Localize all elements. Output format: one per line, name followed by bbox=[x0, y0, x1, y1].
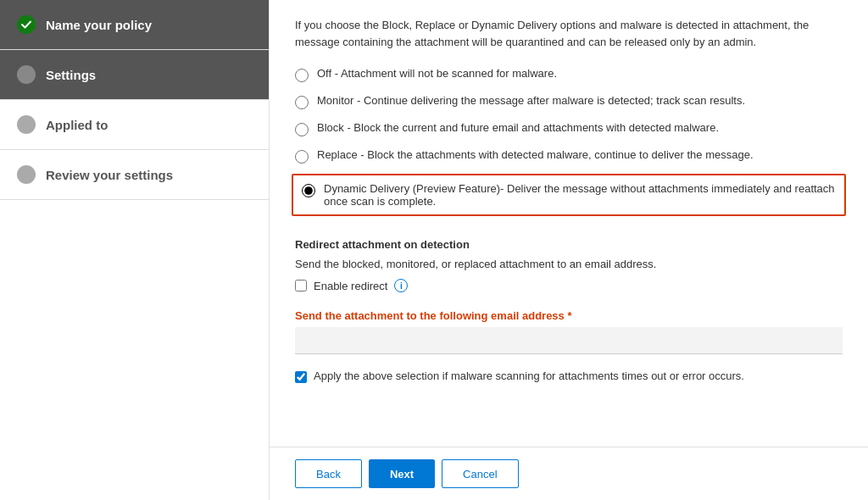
radio-block-input[interactable] bbox=[295, 123, 309, 136]
sidebar-item-name-policy-label: Name your policy bbox=[46, 18, 152, 32]
malware-row: Apply the above selection if malware sca… bbox=[295, 369, 843, 383]
step-icon-settings bbox=[17, 65, 36, 84]
radio-monitor-input[interactable] bbox=[295, 96, 309, 109]
redirect-section: Redirect attachment on detection Send th… bbox=[295, 238, 843, 292]
step-icon-review-settings bbox=[17, 165, 36, 184]
sidebar: Name your policy Settings Applied to Rev… bbox=[0, 0, 270, 500]
redirect-desc: Send the blocked, monitored, or replaced… bbox=[295, 258, 843, 270]
main-content: If you choose the Block, Replace or Dyna… bbox=[270, 0, 868, 500]
radio-block[interactable]: Block - Block the current and future ema… bbox=[295, 121, 843, 136]
malware-label: Apply the above selection if malware sca… bbox=[314, 369, 744, 382]
redirect-title: Redirect attachment on detection bbox=[295, 238, 843, 251]
intro-text: If you choose the Block, Replace or Dyna… bbox=[295, 17, 843, 50]
radio-replace[interactable]: Replace - Block the attachments with det… bbox=[295, 148, 843, 164]
radio-off[interactable]: Off - Attachment will not be scanned for… bbox=[295, 67, 843, 82]
email-input[interactable] bbox=[295, 327, 843, 354]
radio-dynamic[interactable]: Dynamic Delivery (Preview Feature)- Deli… bbox=[292, 174, 846, 216]
enable-redirect-checkbox[interactable] bbox=[295, 280, 307, 292]
sidebar-item-settings-label: Settings bbox=[46, 68, 96, 82]
sidebar-item-review-settings-label: Review your settings bbox=[46, 168, 173, 182]
email-section: Send the attachment to the following ema… bbox=[295, 309, 843, 354]
radio-dynamic-label: Dynamic Delivery (Preview Feature)- Deli… bbox=[324, 182, 836, 208]
email-label: Send the attachment to the following ema… bbox=[295, 309, 843, 322]
radio-dynamic-input[interactable] bbox=[302, 184, 315, 197]
radio-replace-input[interactable] bbox=[295, 150, 309, 164]
sidebar-item-name-policy[interactable]: Name your policy bbox=[0, 0, 269, 50]
radio-replace-label: Replace - Block the attachments with det… bbox=[317, 148, 754, 161]
radio-off-input[interactable] bbox=[295, 69, 309, 82]
footer: Back Next Cancel bbox=[270, 447, 868, 500]
sidebar-item-applied-to-label: Applied to bbox=[46, 118, 108, 132]
radio-off-label: Off - Attachment will not be scanned for… bbox=[317, 67, 557, 80]
back-button[interactable]: Back bbox=[295, 459, 362, 488]
radio-monitor[interactable]: Monitor - Continue delivering the messag… bbox=[295, 94, 843, 109]
sidebar-item-review-settings[interactable]: Review your settings bbox=[0, 150, 269, 200]
sidebar-item-applied-to[interactable]: Applied to bbox=[0, 100, 269, 150]
radio-monitor-label: Monitor - Continue delivering the messag… bbox=[317, 94, 745, 107]
step-icon-done bbox=[17, 15, 36, 34]
radio-block-label: Block - Block the current and future ema… bbox=[317, 121, 719, 134]
enable-redirect-row: Enable redirect i bbox=[295, 279, 843, 292]
radio-group: Off - Attachment will not be scanned for… bbox=[295, 67, 843, 214]
sidebar-item-settings[interactable]: Settings bbox=[0, 50, 269, 100]
next-button[interactable]: Next bbox=[369, 459, 435, 488]
cancel-button[interactable]: Cancel bbox=[442, 459, 518, 488]
step-icon-applied-to bbox=[17, 115, 36, 134]
malware-checkbox[interactable] bbox=[295, 371, 307, 383]
enable-redirect-label: Enable redirect bbox=[314, 280, 387, 292]
info-icon[interactable]: i bbox=[394, 279, 408, 292]
content-area: If you choose the Block, Replace or Dyna… bbox=[270, 0, 868, 447]
